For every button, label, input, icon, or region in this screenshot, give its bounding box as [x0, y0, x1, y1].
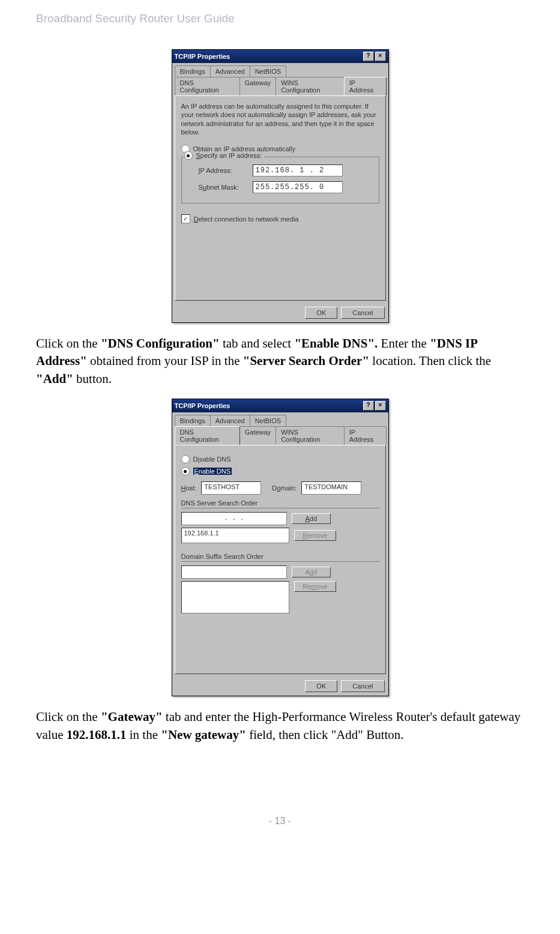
remove-button[interactable]: Remove	[294, 581, 337, 592]
radio-label: Specify an IP address:	[196, 152, 262, 159]
tab-gateway[interactable]: Gateway	[239, 77, 276, 95]
radio-icon	[181, 467, 190, 475]
close-icon[interactable]: ×	[375, 401, 386, 411]
titlebar: TCP/IP Properties ? ×	[172, 399, 388, 412]
dns-server-order-label: DNS Server Search Order	[181, 499, 379, 507]
doc-header: Broadband Security Router User Guide	[36, 12, 524, 25]
tab-panel: Disable DNS Enable DNS Host: TESTHOST Do…	[175, 445, 386, 674]
panel-description: An IP address can be automatically assig…	[181, 102, 379, 136]
tab-netbios[interactable]: NetBIOS	[250, 415, 286, 426]
add-button[interactable]: Add	[292, 513, 331, 524]
radio-icon	[184, 151, 193, 160]
remove-button[interactable]: Remove	[294, 530, 337, 541]
titlebar: TCP/IP Properties ? ×	[172, 50, 388, 63]
button-row: OK Cancel	[172, 303, 388, 322]
tab-gateway[interactable]: Gateway	[239, 426, 276, 445]
radio-disable-dns[interactable]: Disable DNS	[181, 455, 379, 463]
paragraph-1: Click on the "DNS Configuration" tab and…	[36, 335, 524, 388]
tab-bindings[interactable]: Bindings	[175, 65, 211, 77]
dns-ip-input[interactable]: . . .	[181, 512, 287, 525]
add-button[interactable]: Add	[292, 567, 331, 577]
tab-wins[interactable]: WINS Configuration	[275, 426, 345, 445]
tab-bindings[interactable]: Bindings	[175, 415, 211, 426]
tab-dns-config[interactable]: DNS Configuration	[175, 77, 240, 95]
domain-input[interactable]: TESTDOMAIN	[301, 481, 361, 495]
dialog-title: TCP/IP Properties	[175, 402, 230, 409]
tab-panel: An IP address can be automatically assig…	[175, 95, 386, 301]
tab-ip-address[interactable]: IP Address	[344, 77, 387, 95]
radio-label: Disable DNS	[193, 456, 231, 463]
dialog-title: TCP/IP Properties	[175, 53, 230, 60]
subnet-mask-input[interactable]: 255.255.255. 0	[253, 181, 343, 193]
specify-group: Specify an IP address: IP Address: 192.1…	[181, 157, 379, 203]
close-icon[interactable]: ×	[375, 52, 386, 61]
tab-advanced[interactable]: Advanced	[210, 65, 250, 77]
host-label: Host:	[181, 484, 197, 492]
cancel-button[interactable]: Cancel	[341, 680, 384, 692]
tab-row-2: DNS Configuration Gateway WINS Configura…	[172, 77, 388, 95]
tab-ip-address[interactable]: IP Address	[344, 426, 387, 445]
tab-advanced[interactable]: Advanced	[210, 415, 250, 426]
suffix-list[interactable]	[181, 581, 289, 613]
detect-checkbox-row[interactable]: ✓ Detect connection to network media	[181, 214, 379, 223]
dns-server-list[interactable]: 192.168.1.1	[181, 528, 289, 543]
radio-specify[interactable]: Specify an IP address:	[184, 151, 265, 160]
cancel-button[interactable]: Cancel	[341, 307, 384, 319]
suffix-input[interactable]	[181, 565, 287, 579]
checkbox-icon: ✓	[181, 214, 190, 223]
help-icon[interactable]: ?	[363, 52, 374, 61]
subnet-mask-label: Subnet Mask:	[199, 184, 247, 191]
radio-icon	[181, 455, 190, 463]
domain-suffix-order-label: Domain Suffix Search Order	[181, 553, 379, 560]
tab-dns-config[interactable]: DNS Configuration	[175, 426, 240, 445]
checkbox-label: Detect connection to network media	[194, 215, 299, 223]
host-input[interactable]: TESTHOST	[201, 481, 261, 495]
tcpip-dialog-ipaddress: TCP/IP Properties ? × Bindings Advanced …	[172, 49, 389, 323]
help-icon[interactable]: ?	[363, 401, 374, 411]
page-number: - 13 -	[36, 816, 524, 827]
radio-enable-dns[interactable]: Enable DNS	[181, 467, 379, 475]
ip-address-input[interactable]: 192.168. 1 . 2	[253, 164, 343, 176]
radio-label: Enable DNS	[193, 468, 232, 475]
ok-button[interactable]: OK	[305, 680, 337, 692]
tab-row-1: Bindings Advanced NetBIOS	[172, 412, 388, 426]
tab-wins[interactable]: WINS Configuration	[275, 77, 345, 95]
button-row: OK Cancel	[172, 676, 388, 696]
ok-button[interactable]: OK	[305, 307, 337, 319]
tcpip-dialog-dns: TCP/IP Properties ? × Bindings Advanced …	[172, 399, 389, 696]
tab-row-2: DNS Configuration Gateway WINS Configura…	[172, 426, 388, 445]
paragraph-2: Click on the "Gateway" tab and enter the…	[36, 708, 524, 744]
ip-address-label: IP Address:	[199, 167, 247, 174]
domain-label: Domain:	[272, 484, 297, 492]
tab-netbios[interactable]: NetBIOS	[250, 65, 286, 77]
tab-row-1: Bindings Advanced NetBIOS	[172, 63, 388, 77]
